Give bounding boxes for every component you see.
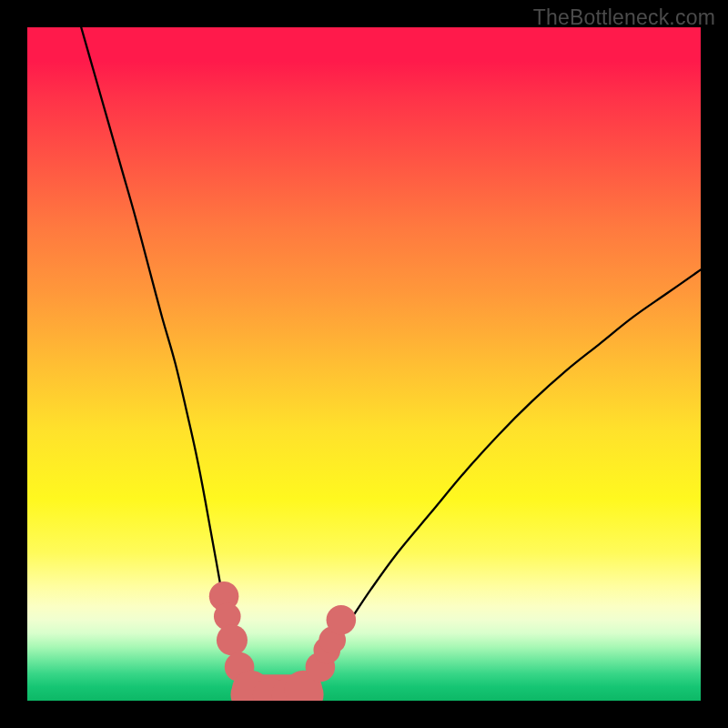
marker-point (327, 605, 357, 635)
watermark-text: TheBottleneck.com (533, 5, 715, 30)
chart-svg (27, 27, 701, 701)
outer-black-frame: TheBottleneck.com (0, 0, 728, 728)
highlight-markers (209, 581, 356, 701)
plot-area (27, 27, 701, 701)
right-curve-line (303, 269, 701, 687)
marker-point (217, 624, 248, 655)
